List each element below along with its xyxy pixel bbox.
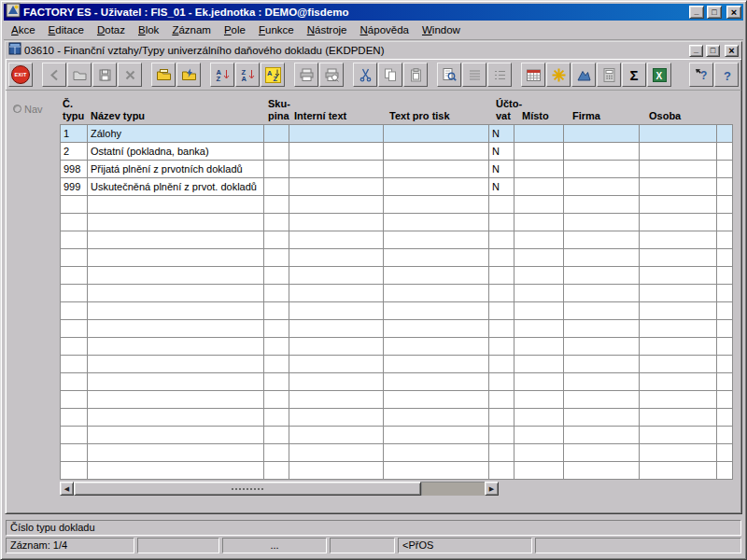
calendar-button[interactable] [521, 63, 545, 87]
cell-osoba[interactable] [639, 142, 717, 161]
cell-filler[interactable] [716, 355, 733, 373]
tools-button[interactable] [546, 63, 571, 87]
cell-text-pro-tisk[interactable] [383, 284, 489, 302]
cell-uctovat[interactable] [488, 284, 514, 302]
menu-item-dotaz[interactable]: Dotaz [91, 22, 132, 37]
cut-button[interactable] [353, 63, 377, 87]
enter-query-button[interactable] [151, 63, 176, 87]
chart-button[interactable] [571, 63, 596, 87]
print-button[interactable] [294, 63, 318, 87]
cell-text-pro-tisk[interactable] [383, 248, 489, 267]
cell-cislo-typu[interactable]: 1 [60, 124, 88, 143]
menu-item-zaznam[interactable]: Záznam [165, 22, 218, 37]
cell-nazev-typu[interactable] [87, 426, 264, 444]
cell-cislo-typu[interactable] [60, 266, 88, 285]
cell-filler[interactable] [716, 390, 733, 409]
cell-skupina[interactable] [263, 124, 289, 143]
cell-skupina[interactable] [263, 142, 289, 161]
cell-cislo-typu[interactable] [60, 284, 88, 302]
cell-text-pro-tisk[interactable] [383, 160, 489, 178]
cell-cislo-typu[interactable]: 2 [60, 142, 88, 161]
cell-nazev-typu[interactable] [87, 355, 264, 373]
list-records-button[interactable] [487, 63, 512, 87]
cell-firma[interactable] [563, 160, 640, 178]
cell-misto[interactable] [514, 231, 564, 249]
cell-interni-text[interactable] [289, 231, 384, 249]
cell-filler[interactable] [716, 177, 733, 196]
cell-uctovat[interactable] [488, 231, 514, 249]
cell-misto[interactable] [514, 160, 564, 178]
cell-text-pro-tisk[interactable] [383, 408, 489, 427]
form-close-button[interactable]: × [725, 45, 739, 57]
cell-filler[interactable] [716, 195, 733, 214]
cell-filler[interactable] [716, 142, 733, 161]
cell-firma[interactable] [563, 337, 640, 356]
cell-interni-text[interactable] [289, 355, 384, 373]
cell-osoba[interactable] [639, 443, 717, 462]
cell-uctovat[interactable] [488, 408, 514, 427]
cell-uctovat[interactable] [488, 372, 514, 391]
cell-uctovat[interactable] [488, 266, 514, 285]
sort-ascending-button[interactable]: AZ [210, 63, 234, 87]
cell-filler[interactable] [716, 266, 733, 285]
cell-filler[interactable] [716, 284, 733, 302]
clear-record-button[interactable] [118, 63, 142, 87]
cell-cislo-typu[interactable] [60, 408, 88, 427]
cell-misto[interactable] [514, 355, 564, 373]
cell-cislo-typu[interactable] [60, 248, 88, 267]
cell-skupina[interactable] [263, 372, 289, 391]
execute-query-button[interactable] [176, 63, 201, 87]
cell-nazev-typu[interactable] [87, 231, 264, 249]
cell-text-pro-tisk[interactable] [383, 177, 489, 196]
cell-text-pro-tisk[interactable] [383, 461, 489, 480]
cell-skupina[interactable] [263, 160, 289, 178]
cell-text-pro-tisk[interactable] [383, 195, 489, 214]
menu-item-editace[interactable]: Editace [42, 22, 91, 37]
cell-uctovat[interactable]: N [488, 124, 514, 143]
cell-nazev-typu[interactable] [87, 390, 264, 409]
cell-cislo-typu[interactable] [60, 390, 88, 409]
menu-item-pole[interactable]: Pole [218, 22, 252, 37]
cell-interni-text[interactable] [289, 213, 384, 231]
cell-misto[interactable] [514, 177, 564, 196]
cell-interni-text[interactable] [289, 142, 384, 161]
export-excel-button[interactable]: X [647, 63, 671, 87]
open-button[interactable] [67, 63, 92, 87]
cell-osoba[interactable] [639, 408, 717, 427]
cell-firma[interactable] [563, 372, 640, 391]
close-button[interactable]: × [726, 6, 741, 19]
cell-firma[interactable] [563, 248, 640, 267]
menu-item-akce[interactable]: Akce [5, 22, 42, 37]
cell-skupina[interactable] [263, 213, 289, 231]
cell-nazev-typu[interactable] [87, 213, 264, 231]
cell-nazev-typu[interactable]: Ostatní (pokladna, banka) [87, 142, 264, 161]
cell-uctovat[interactable] [488, 213, 514, 231]
cell-text-pro-tisk[interactable] [383, 372, 489, 391]
cell-nazev-typu[interactable]: Uskutečněná plnění z prvot. dokladů [87, 177, 264, 196]
cell-filler[interactable] [716, 337, 733, 356]
menu-item-funkce[interactable]: Funkce [252, 22, 301, 37]
cell-misto[interactable] [514, 213, 564, 231]
cell-text-pro-tisk[interactable] [383, 319, 489, 338]
copy-button[interactable] [378, 63, 402, 87]
cell-misto[interactable] [514, 142, 564, 161]
cell-interni-text[interactable] [289, 160, 384, 178]
cell-cislo-typu[interactable] [60, 319, 88, 338]
cell-cislo-typu[interactable] [60, 355, 88, 373]
cell-text-pro-tisk[interactable] [383, 213, 489, 231]
menu-item-window[interactable]: Window [416, 22, 467, 37]
cell-misto[interactable] [514, 301, 564, 320]
cell-firma[interactable] [563, 355, 640, 373]
cell-interni-text[interactable] [289, 372, 384, 391]
save-button[interactable] [92, 63, 117, 87]
scrollbar-track[interactable] [421, 482, 485, 496]
cell-uctovat[interactable] [488, 337, 514, 356]
cell-interni-text[interactable] [289, 301, 384, 320]
cell-cislo-typu[interactable] [60, 426, 88, 444]
cell-firma[interactable] [563, 213, 640, 231]
cell-cislo-typu[interactable] [60, 443, 88, 462]
form-restore-button[interactable]: □ [706, 45, 720, 57]
cell-misto[interactable] [514, 337, 564, 356]
cell-uctovat[interactable] [488, 443, 514, 462]
cell-osoba[interactable] [639, 372, 717, 391]
